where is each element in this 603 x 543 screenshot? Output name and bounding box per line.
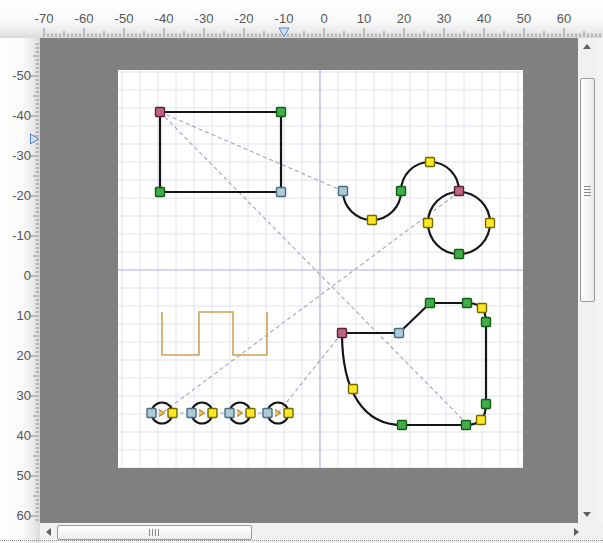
- dotted-bottom-border: [0, 540, 603, 541]
- ruler-label: -60: [75, 11, 94, 26]
- vertical-scrollbar[interactable]: [578, 38, 596, 523]
- ruler-label: -50: [115, 11, 134, 26]
- scroll-left-button[interactable]: [40, 523, 56, 541]
- ruler-label: 20: [17, 348, 31, 363]
- blue-point-handle[interactable]: [187, 409, 196, 418]
- ruler-label: 30: [17, 388, 31, 403]
- blue-point-handle[interactable]: [339, 187, 348, 196]
- drawing-canvas[interactable]: [118, 70, 523, 468]
- yellow-point-handle[interactable]: [246, 409, 255, 418]
- arrow-up-icon: [583, 44, 591, 49]
- yellow-point-handle[interactable]: [486, 219, 495, 228]
- ruler-label: 60: [17, 508, 31, 523]
- arrow-left-icon: [46, 528, 51, 536]
- ruler-label: -70: [35, 11, 54, 26]
- arrow-right-icon: [574, 528, 579, 536]
- yellow-point-handle[interactable]: [424, 219, 433, 228]
- ruler-label: 50: [517, 11, 531, 26]
- ruler-label: 10: [17, 308, 31, 323]
- green-point-handle[interactable]: [426, 299, 435, 308]
- ruler-label: -20: [235, 11, 254, 26]
- green-point-handle[interactable]: [156, 188, 165, 197]
- ruler-label: 60: [557, 11, 571, 26]
- ruler-label: -20: [12, 188, 31, 203]
- ruler-horizontal[interactable]: -70-60-50-40-30-20-100102030405060: [0, 0, 603, 38]
- yellow-point-handle[interactable]: [284, 409, 293, 418]
- pink-point-handle[interactable]: [338, 329, 347, 338]
- horizontal-scrollbar[interactable]: [40, 523, 595, 541]
- scroll-down-button[interactable]: [578, 506, 596, 523]
- ruler-label: 20: [397, 11, 411, 26]
- scroll-right-button[interactable]: [568, 523, 584, 541]
- ruler-label: -30: [12, 148, 31, 163]
- pink-point-handle[interactable]: [156, 108, 165, 117]
- pink-point-handle[interactable]: [455, 187, 464, 196]
- green-point-handle[interactable]: [482, 400, 491, 409]
- yellow-point-handle[interactable]: [477, 416, 486, 425]
- arrow-down-icon: [583, 512, 591, 517]
- ruler-label: 40: [17, 428, 31, 443]
- blue-point-handle[interactable]: [147, 409, 156, 418]
- green-point-handle[interactable]: [398, 421, 407, 430]
- yellow-point-handle[interactable]: [478, 304, 487, 313]
- blue-point-handle[interactable]: [395, 329, 404, 338]
- horizontal-scrollbar-thumb[interactable]: [57, 525, 252, 540]
- ruler-label: -40: [155, 11, 174, 26]
- ruler-label: 50: [17, 468, 31, 483]
- ruler-label: 30: [437, 11, 451, 26]
- yellow-point-handle[interactable]: [168, 409, 177, 418]
- vertical-scrollbar-thumb[interactable]: [580, 78, 595, 302]
- scrollbar-corner: [595, 523, 603, 541]
- ruler-vertical[interactable]: -50-40-30-20-100102030405060: [0, 38, 40, 543]
- ruler-horizontal-scale: -70-60-50-40-30-20-100102030405060: [0, 0, 603, 38]
- ruler-label: -30: [195, 11, 214, 26]
- blue-point-handle[interactable]: [263, 409, 272, 418]
- ruler-label: 10: [357, 11, 371, 26]
- green-point-handle[interactable]: [397, 187, 406, 196]
- thumb-grip-icon: [584, 185, 591, 196]
- ruler-label: -50: [12, 68, 31, 83]
- yellow-point-handle[interactable]: [349, 385, 358, 394]
- blue-point-handle[interactable]: [225, 409, 234, 418]
- scroll-up-button[interactable]: [578, 38, 596, 55]
- ruler-label: -40: [12, 108, 31, 123]
- green-point-handle[interactable]: [455, 250, 464, 259]
- green-point-handle[interactable]: [463, 299, 472, 308]
- green-point-handle[interactable]: [462, 421, 471, 430]
- yellow-point-handle[interactable]: [368, 216, 377, 225]
- yellow-point-handle[interactable]: [208, 409, 217, 418]
- blue-point-handle[interactable]: [277, 188, 286, 197]
- green-point-handle[interactable]: [482, 318, 491, 327]
- ruler-label: 40: [477, 11, 491, 26]
- ruler-label: 0: [24, 268, 31, 283]
- ruler-label: -10: [275, 11, 294, 26]
- path-editor-window: -70-60-50-40-30-20-100102030405060 -50-4…: [0, 0, 603, 543]
- design-surface[interactable]: [40, 38, 578, 523]
- thumb-grip-icon: [149, 529, 160, 536]
- ruler-label: 0: [320, 11, 327, 26]
- yellow-point-handle[interactable]: [426, 158, 435, 167]
- green-point-handle[interactable]: [277, 108, 286, 117]
- ruler-vertical-scale: -50-40-30-20-100102030405060: [0, 38, 40, 543]
- ruler-label: -10: [12, 228, 31, 243]
